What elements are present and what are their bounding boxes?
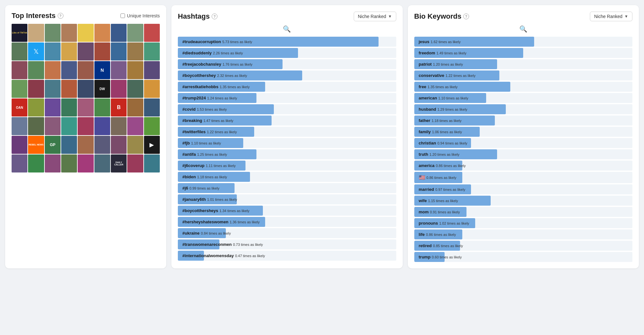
bar-row-inner: patriot1.20 times as likely (414, 59, 633, 69)
grid-cell (111, 136, 127, 154)
bar-row-inner: #biden1.18 times as likely (178, 172, 396, 182)
grid-cell (61, 136, 77, 154)
bar-row: conservative1.22 times as likely (414, 70, 633, 80)
bar-row-inner: husband1.29 times as likely (414, 104, 633, 114)
bar-label: patriot (416, 60, 433, 68)
unique-interests-checkbox[interactable] (120, 14, 125, 18)
grid-cell (12, 154, 27, 172)
bar-row-inner: #j6coverup1.11 times as likely (178, 161, 396, 171)
bar-label: husband (416, 105, 437, 113)
bar-row: patriot1.20 times as likely (414, 59, 633, 69)
grid-cell: N (94, 61, 110, 79)
grid-cell (12, 117, 27, 135)
bar-sublabel: 1.49 times as likely (437, 50, 468, 57)
grid-cell: 𝕏 (28, 42, 44, 60)
bar-sublabel: 0.47 times as likely (235, 252, 266, 259)
hashtags-label: Hashtags (178, 12, 210, 21)
bar-sublabel: 1.20 times as likely (429, 151, 461, 158)
bar-sublabel: 1.18 times as likely (432, 117, 463, 124)
hashtags-panel-header: Hashtags ? Niche Ranked ▼ (178, 12, 396, 21)
grid-cell (144, 98, 160, 116)
bar-label: #trump2024 (180, 94, 207, 102)
bar-label: #internationalwomensday (180, 252, 235, 260)
bar-sublabel: 1.62 times as likely (431, 38, 462, 45)
bar-label: wife (416, 197, 428, 205)
bar-sublabel: 1.10 times as likely (438, 95, 470, 102)
grid-cell (127, 154, 143, 172)
bar-row-inner: truth1.20 times as likely (414, 149, 633, 159)
grid-cell: DW (94, 80, 110, 98)
bar-sublabel: 1.10 times as likely (191, 140, 222, 147)
bar-label: #covid (180, 105, 197, 113)
bio-keywords-search-icon[interactable]: 🔍 (519, 25, 527, 33)
grid-cell (61, 42, 77, 60)
unique-interests-checkbox-label[interactable]: Unique Interests (120, 13, 160, 18)
bar-row: husband1.29 times as likely (414, 104, 633, 114)
bar-sublabel: 2.32 times as likely (217, 72, 248, 79)
grid-cell (28, 117, 44, 135)
bar-row: #j60.99 times as likely (178, 183, 396, 193)
bar-row-inner: christian0.94 times as likely (414, 138, 633, 148)
hashtags-search-icon[interactable]: 🔍 (283, 25, 291, 33)
bar-label: christian (416, 139, 437, 147)
bar-row: #covid1.53 times as likely (178, 104, 396, 114)
grid-cell (111, 80, 127, 98)
hashtags-dropdown-label: Niche Ranked (358, 14, 386, 19)
grid-cell (12, 136, 27, 154)
bar-label: america (416, 162, 436, 170)
bar-label: #hersheyshateswomen (180, 218, 230, 226)
bar-row-inner: #hersheyshateswomen1.36 times as likely (178, 217, 396, 227)
grid-cell (94, 117, 110, 135)
bio-keywords-help-icon[interactable]: ? (463, 14, 469, 19)
bar-sublabel: 1.29 times as likely (437, 106, 469, 113)
grid-cell (45, 154, 61, 172)
bar-label: #breaking (180, 116, 203, 125)
grid-cell (61, 98, 77, 116)
grid-cell (127, 98, 143, 116)
main-layout: Top Interests ? Unique Interests Libs of… (5, 5, 639, 268)
bar-sublabel: 1.02 times as likely (439, 220, 470, 227)
bar-row-inner: free1.35 times as likely (414, 82, 633, 92)
bar-row: #ukraine0.84 times as likely (178, 228, 396, 238)
bar-sublabel: 0.73 times as likely (233, 241, 264, 248)
hashtags-niche-ranked-dropdown[interactable]: Niche Ranked ▼ (354, 12, 396, 21)
grid-cell (144, 80, 160, 98)
grid-cell (61, 24, 77, 42)
bar-label: #fjb (180, 139, 191, 147)
bar-row: married0.97 times as likely (414, 184, 633, 194)
grid-cell: ▶ (144, 136, 160, 154)
grid-cell (28, 80, 44, 98)
bar-row: life0.86 times as likely (414, 229, 633, 239)
bar-label: #j6coverup (180, 162, 206, 170)
left-panel-header: Top Interests ? Unique Interests (12, 12, 160, 20)
bar-row: mom0.91 times as likely (414, 207, 633, 217)
grid-cell (61, 61, 77, 79)
bar-row: truth1.20 times as likely (414, 149, 633, 159)
bio-keywords-dropdown-arrow-icon: ▼ (624, 14, 628, 19)
bar-row: christian0.94 times as likely (414, 138, 633, 148)
bar-row-inner: father1.18 times as likely (414, 116, 633, 126)
bar-row: #antifa1.25 times as likely (178, 149, 396, 159)
hashtags-help-icon[interactable]: ? (212, 14, 217, 19)
bar-sublabel: 1.18 times as likely (197, 173, 228, 181)
bio-keywords-dropdown-label: Niche Ranked (594, 14, 622, 19)
bar-row-inner: america0.86 times as likely (414, 161, 633, 171)
grid-cell (45, 98, 61, 116)
bar-sublabel: 1.34 times as likely (219, 207, 251, 214)
bar-sublabel: 1.35 times as likely (428, 83, 459, 90)
top-interests-title: Top Interests ? (12, 12, 63, 20)
bar-row-inner: #boycotthersheys1.34 times as likely (178, 206, 396, 216)
bar-row: #boycotthersheys1.34 times as likely (178, 206, 396, 216)
bar-row: pronouns1.02 times as likely (414, 218, 633, 228)
bio-keywords-search-bar: 🔍 (414, 25, 633, 33)
bio-keywords-label: Bio Keywords (414, 12, 462, 21)
grid-cell (127, 80, 143, 98)
bar-row: #hersheyshateswomen1.36 times as likely (178, 217, 396, 227)
grid-cell (12, 80, 27, 98)
top-interests-help-icon[interactable]: ? (58, 13, 63, 19)
bio-keywords-niche-ranked-dropdown[interactable]: Niche Ranked ▼ (590, 12, 632, 21)
bar-row: trump0.60 times as likely (414, 252, 633, 262)
grid-cell (144, 117, 160, 135)
bar-row-inner: #internationalwomensday0.47 times as lik… (178, 251, 396, 261)
bar-row: father1.18 times as likely (414, 116, 633, 126)
